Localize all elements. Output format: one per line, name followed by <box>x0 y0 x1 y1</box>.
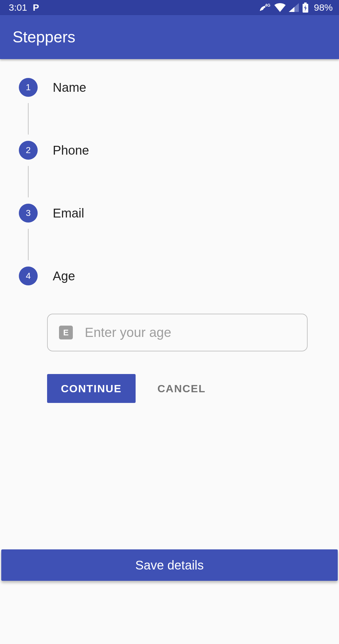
page-title: Steppers <box>13 28 75 46</box>
step-connector-2 <box>19 166 320 197</box>
step-name[interactable]: 1 Name <box>19 78 320 97</box>
step-label-phone: Phone <box>53 143 89 157</box>
call-4g-icon: 4G <box>259 3 271 12</box>
step-label-email: Email <box>53 206 84 220</box>
step-email[interactable]: 3 Email <box>19 204 320 223</box>
save-details-button[interactable]: Save details <box>1 549 338 581</box>
step-connector-3 <box>19 229 320 260</box>
step-circle-3: 3 <box>19 204 38 223</box>
step-label-name: Name <box>53 80 86 95</box>
step-connector-1 <box>19 103 320 135</box>
step-circle-2: 2 <box>19 141 38 160</box>
step-circle-4: 4 <box>19 267 38 285</box>
svg-rect-2 <box>304 3 307 4</box>
cancel-button[interactable]: CANCEL <box>154 374 209 403</box>
app-p-icon: P <box>33 2 39 13</box>
age-input[interactable] <box>85 325 296 340</box>
step-label-age: Age <box>53 269 75 283</box>
explicit-badge-icon: E <box>59 326 73 339</box>
status-bar-right: 4G 98% <box>259 2 333 13</box>
status-bar: 3:01 P 4G 98% <box>0 0 339 15</box>
stepper-container: 1 Name 2 Phone 3 Email 4 Age E CONTINUE … <box>0 59 339 403</box>
age-input-container[interactable]: E <box>47 314 308 351</box>
continue-button[interactable]: CONTINUE <box>47 374 136 403</box>
step-phone[interactable]: 2 Phone <box>19 141 320 160</box>
battery-icon <box>302 3 309 13</box>
status-bar-left: 3:01 P <box>9 2 39 13</box>
step-circle-1: 1 <box>19 78 38 97</box>
status-battery-pct: 98% <box>314 2 333 13</box>
wifi-icon <box>274 3 286 12</box>
active-step-content: E CONTINUE CANCEL <box>47 314 320 403</box>
step-button-row: CONTINUE CANCEL <box>47 374 320 403</box>
status-time: 3:01 <box>9 2 27 13</box>
svg-text:4G: 4G <box>265 3 270 8</box>
app-bar: Steppers <box>0 15 339 59</box>
step-age[interactable]: 4 Age <box>19 267 320 285</box>
signal-icon <box>289 3 299 12</box>
